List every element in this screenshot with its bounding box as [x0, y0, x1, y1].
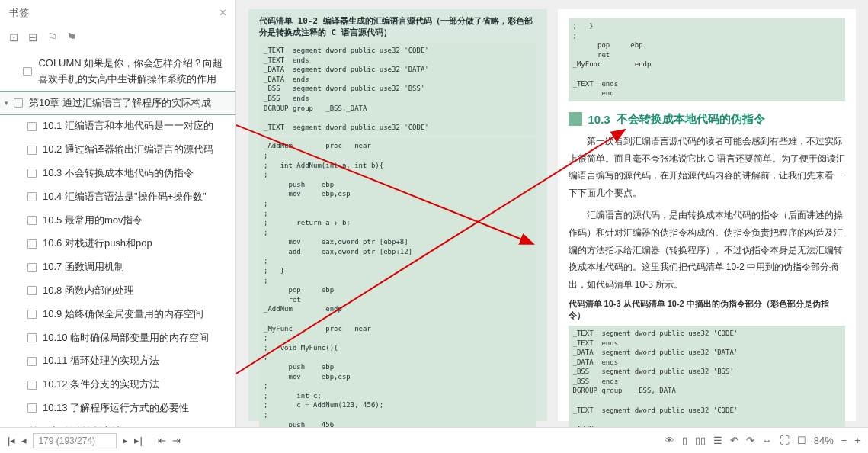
toc-item-label: 10.8 函数内部的处理 — [43, 283, 134, 299]
bookmark-icon — [27, 146, 37, 155]
toc-item-label: 10.1 汇编语言和本地代码是一一对应的 — [43, 118, 213, 134]
toc-item-label: 10.5 最常用的mov指令 — [43, 213, 143, 229]
section-badge — [569, 112, 582, 126]
toc-list: COLUMN 如果是你，你会怎样介绍？向超喜欢手机的女高中生讲解操作系统的作用▾… — [0, 52, 235, 427]
bookmark-icon — [27, 357, 37, 366]
two-page-icon[interactable]: ▯▯ — [695, 435, 706, 446]
rotate-right-icon[interactable]: ↷ — [746, 435, 754, 446]
toc-item[interactable]: 10.12 条件分支的实现方法 — [0, 373, 235, 397]
code-block-2: _AddNum proc near ; ; int AddNum(int a, … — [259, 138, 536, 427]
toc-item-label: 10.12 条件分支的实现方法 — [43, 377, 159, 393]
fit-page-icon[interactable]: ⛶ — [780, 435, 790, 446]
toc-item[interactable]: 10.3 不会转换成本地代码的伪指令 — [0, 162, 235, 185]
select-icon[interactable]: ☐ — [797, 435, 806, 446]
bookmark-icon — [27, 216, 37, 225]
page-number-input[interactable] — [33, 433, 117, 448]
code-block-top: ; } ; pop ebp ret _MyFunc endp _TEXT end… — [569, 18, 846, 101]
toc-item[interactable]: 10.8 函数内部的处理 — [0, 279, 235, 303]
section-title: 不会转换成本地代码的伪指令 — [617, 112, 765, 127]
toc-item-label: 10.3 不会转换成本地代码的伪指令 — [43, 165, 194, 182]
nav-back-icon[interactable]: ⇤ — [158, 435, 166, 446]
first-page-icon[interactable]: |◂ — [8, 435, 15, 446]
bookmark-icon[interactable]: ⚑ — [66, 31, 76, 44]
toc-item-label: 10.9 始终确保全局变量用的内存空间 — [43, 307, 203, 323]
bookmarks-sidebar: 书签 × ⊡ ⊟ ⚐ ⚑ COLUMN 如果是你，你会怎样介绍？向超喜欢手机的女… — [0, 0, 236, 427]
zoom-in-icon[interactable]: + — [854, 435, 860, 446]
toc-item[interactable]: 10.13 了解程序运行方式的必要性 — [0, 397, 235, 420]
bookmark-add-icon[interactable]: ⚐ — [47, 31, 57, 44]
toc-item-label: COLUMN 如果是你，你会怎样介绍？向超喜欢手机的女高中生讲解操作系统的作用 — [38, 56, 231, 88]
toc-item[interactable]: 10.9 始终确保全局变量用的内存空间 — [0, 303, 235, 326]
toc-item[interactable]: ▸第11章 硬件控制方法 — [0, 420, 235, 427]
toc-item-label: 10.11 循环处理的实现方法 — [43, 353, 159, 369]
bookmark-icon — [27, 239, 37, 249]
bookmark-icon — [27, 263, 37, 272]
single-page-icon[interactable]: ▯ — [682, 435, 687, 446]
toc-item[interactable]: COLUMN 如果是你，你会怎样介绍？向超喜欢手机的女高中生讲解操作系统的作用 — [0, 52, 235, 92]
bookmark-icon — [27, 381, 37, 390]
toc-item-label: 第10章 通过汇编语言了解程序的实际构成 — [29, 95, 211, 111]
paragraph: 第一次看到汇编语言源代码的读者可能会感到有些难，不过实际上很简单。而且毫不夸张地… — [569, 133, 846, 202]
section-number: 10.3 — [588, 113, 610, 126]
toc-item[interactable]: 10.2 通过编译器输出汇编语言的源代码 — [0, 138, 235, 162]
bookmark-icon — [27, 122, 37, 131]
zoom-level[interactable]: 84% — [814, 435, 834, 446]
bookmark-icon — [27, 286, 37, 295]
page-viewer[interactable]: 代码清单 10-2 编译器生成的汇编语言源代码（一部分做了省略，彩色部分是转换成… — [236, 0, 868, 427]
view-mode-icon[interactable]: 👁 — [665, 435, 674, 446]
toc-item[interactable]: 10.10 临时确保局部变量用的内存空间 — [0, 326, 235, 350]
bookmark-icon — [27, 403, 37, 413]
bookmark-icon — [27, 192, 37, 201]
close-icon[interactable]: × — [219, 6, 226, 20]
nav-forward-icon[interactable]: ⇥ — [172, 435, 181, 446]
toc-item-label: 10.10 临时确保局部变量用的内存空间 — [43, 330, 209, 346]
toc-item[interactable]: 10.1 汇编语言和本地代码是一一对应的 — [0, 114, 235, 138]
toc-item-label: 10.7 函数调用机制 — [43, 259, 124, 275]
bookmark-icon — [27, 333, 37, 342]
bottom-toolbar: |◂ ◂ ▸ ▸| ⇤ ⇥ 👁 ▯ ▯▯ ☰ ↶ ↷ ↔ ⛶ ☐ 84% − + — [0, 427, 868, 453]
rotate-left-icon[interactable]: ↶ — [730, 435, 738, 446]
toc-item-label: 10.4 汇编语言语法是"操作码+操作数" — [43, 189, 207, 205]
code-block-1: _TEXT segment dword public use32 'CODE' … — [259, 43, 536, 135]
expand-all-icon[interactable]: ⊡ — [9, 31, 19, 44]
toc-item[interactable]: 10.5 最常用的mov指令 — [0, 209, 235, 233]
code-listing-caption: 代码清单 10-3 从代码清单 10-2 中摘出的伪指令部分（彩色部分是伪指令） — [569, 298, 846, 321]
toc-item[interactable]: 10.4 汇编语言语法是"操作码+操作数" — [0, 185, 235, 209]
bookmark-icon — [14, 98, 23, 108]
toc-item-label: 10.13 了解程序运行方式的必要性 — [43, 400, 189, 416]
paragraph: 汇编语言的源代码，是由转换成本地代码的指令（后面讲述的操作码）和针对汇编器的伪指… — [569, 207, 846, 294]
collapse-all-icon[interactable]: ⊟ — [28, 31, 38, 44]
last-page-icon[interactable]: ▸| — [134, 435, 142, 446]
next-page-icon[interactable]: ▸ — [123, 435, 128, 446]
bookmark-icon — [23, 67, 32, 76]
toc-item-label: 10.2 通过编译器输出汇编语言的源代码 — [43, 142, 213, 158]
bookmark-icon — [27, 169, 37, 178]
code-block-3: _TEXT segment dword public use32 'CODE' … — [569, 326, 846, 427]
toc-item[interactable]: 10.7 函数调用机制 — [0, 255, 235, 279]
toc-item[interactable]: ▾第10章 通过汇编语言了解程序的实际构成 — [0, 92, 235, 115]
toc-item-label: 10.6 对栈进行push和pop — [43, 236, 152, 252]
prev-page-icon[interactable]: ◂ — [21, 435, 27, 446]
code-listing-title: 代码清单 10-2 编译器生成的汇编语言源代码（一部分做了省略，彩色部分是转换成… — [259, 15, 536, 38]
continuous-icon[interactable]: ☰ — [713, 435, 722, 446]
zoom-out-icon[interactable]: − — [841, 435, 847, 446]
toc-item[interactable]: 10.11 循环处理的实现方法 — [0, 349, 235, 373]
left-page: 代码清单 10-2 编译器生成的汇编语言源代码（一部分做了省略，彩色部分是转换成… — [248, 9, 547, 421]
right-page: ; } ; pop ebp ret _MyFunc endp _TEXT end… — [558, 9, 857, 421]
sidebar-title: 书签 — [9, 6, 29, 20]
toc-item[interactable]: 10.6 对栈进行push和pop — [0, 232, 235, 255]
bookmark-icon — [27, 310, 37, 319]
fit-width-icon[interactable]: ↔ — [762, 435, 772, 446]
